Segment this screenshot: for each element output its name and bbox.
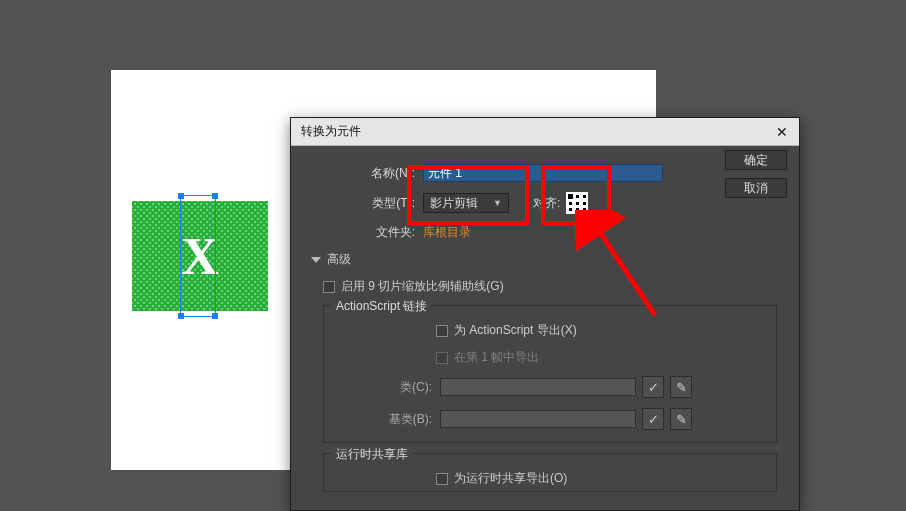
align-label: 对齐: <box>533 195 560 212</box>
base-class-label: 基类(B): <box>336 411 440 428</box>
triangle-down-icon <box>311 257 321 263</box>
folder-label: 文件夹: <box>305 224 423 241</box>
name-input[interactable] <box>423 164 663 182</box>
class-input[interactable] <box>440 378 636 396</box>
cancel-button[interactable]: 取消 <box>725 178 787 198</box>
symbol-box[interactable]: X <box>132 201 268 311</box>
base-validate-button[interactable]: ✓ <box>642 408 664 430</box>
nine-slice-checkbox[interactable] <box>323 281 335 293</box>
base-class-input[interactable] <box>440 410 636 428</box>
base-edit-button[interactable]: ✎ <box>670 408 692 430</box>
runtime-legend: 运行时共享库 <box>332 446 412 463</box>
pencil-icon: ✎ <box>676 412 687 427</box>
pencil-icon: ✎ <box>676 380 687 395</box>
export-as-label: 为 ActionScript 导出(X) <box>454 322 577 339</box>
actionscript-legend: ActionScript 链接 <box>332 298 431 315</box>
type-select[interactable]: 影片剪辑 ▼ <box>423 193 509 213</box>
advanced-toggle[interactable]: 高级 <box>311 251 785 268</box>
type-value: 影片剪辑 <box>430 195 478 212</box>
dialog-title: 转换为元件 <box>301 123 361 140</box>
runtime-group: 运行时共享库 为运行时共享导出(O) <box>323 453 777 492</box>
runtime-export-label: 为运行时共享导出(O) <box>454 470 567 487</box>
check-icon: ✓ <box>648 412 659 427</box>
advanced-label: 高级 <box>327 251 351 268</box>
class-validate-button[interactable]: ✓ <box>642 376 664 398</box>
folder-link[interactable]: 库根目录 <box>423 224 471 241</box>
export-as-checkbox[interactable] <box>436 325 448 337</box>
check-icon: ✓ <box>648 380 659 395</box>
export-frame1-label: 在第 1 帧中导出 <box>454 349 539 366</box>
symbol-letter: X <box>181 227 219 286</box>
chevron-down-icon: ▼ <box>493 198 502 208</box>
titlebar[interactable]: 转换为元件 ✕ <box>291 118 799 146</box>
registration-grid[interactable] <box>566 192 588 214</box>
class-edit-button[interactable]: ✎ <box>670 376 692 398</box>
symbol-preview: X <box>132 201 268 311</box>
export-frame1-checkbox <box>436 352 448 364</box>
name-label: 名称(N): <box>305 165 423 182</box>
close-button[interactable]: ✕ <box>773 123 791 141</box>
ok-button[interactable]: 确定 <box>725 150 787 170</box>
convert-to-symbol-dialog: 转换为元件 ✕ 确定 取消 名称(N): 类型(T): 影片剪辑 ▼ 对齐: <box>290 117 800 511</box>
runtime-export-checkbox[interactable] <box>436 473 448 485</box>
nine-slice-label: 启用 9 切片缩放比例辅助线(G) <box>341 278 504 295</box>
class-label: 类(C): <box>336 379 440 396</box>
type-label: 类型(T): <box>305 195 423 212</box>
actionscript-group: ActionScript 链接 为 ActionScript 导出(X) 在第 … <box>323 305 777 443</box>
